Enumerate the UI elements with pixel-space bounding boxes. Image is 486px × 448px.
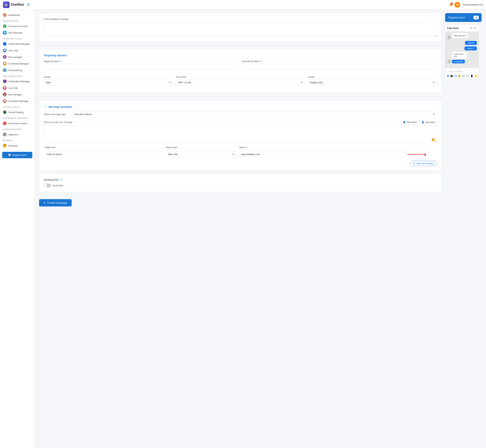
logo[interactable]: 🤖 Cheifbot (3, 1, 24, 8)
locale-label: Locale (308, 76, 437, 78)
follow-link-row: P Follow this link salespage (447, 52, 477, 64)
target-labels-group: Target by labels ⓘ (44, 60, 239, 70)
locale-select[interactable]: English (US) English (UK) French (308, 80, 437, 86)
preview-gif-icon[interactable]: 🎞 (454, 74, 457, 77)
sidebar-label-ig-sub: Subscriber Manager (8, 80, 30, 83)
message-type-select[interactable]: Text with buttons Text only Image Card (72, 111, 437, 117)
preview-header: Page Name ⚙ ✕ (445, 25, 479, 32)
gender-select[interactable]: Male Female All (44, 80, 173, 86)
preview-link-icon[interactable]: 🔗 (462, 74, 465, 77)
add-more-button[interactable]: ⊕ Add more button (410, 161, 437, 166)
preview-sticker-icon[interactable]: 😊 (458, 74, 461, 77)
target-labels-input[interactable] (44, 64, 239, 70)
emoji-picker-button[interactable]: 😊 (431, 138, 435, 141)
sidebar-label-ig-bot: Bot manager (8, 93, 22, 96)
web-url-input[interactable] (239, 152, 405, 157)
first-name-button[interactable]: 👤 First name (401, 120, 418, 124)
targeting-title: Targeting options (44, 54, 437, 57)
notification-icon[interactable]: 🔔 0 (449, 3, 452, 6)
targeted-reach-label: Targeted reach (448, 16, 465, 19)
person-icon-2: 👤 (422, 121, 424, 123)
support-icon: 💬 (8, 154, 11, 156)
last-name-button[interactable]: 👤 Last name (420, 120, 437, 124)
red-arrow-line (407, 154, 424, 155)
sidebar-item-fb-broadcasting[interactable]: 📢 Broadcasting (0, 67, 34, 73)
exclude-labels-label: Exclude by labels ⓘ (242, 60, 437, 63)
sidebar-label-dashboard: Dashboard (8, 14, 20, 16)
person-icon: 👤 (403, 121, 406, 123)
sidebar-item-ig-comment-manager[interactable]: 💬 Comment Manager (0, 98, 34, 104)
preview-attach-icon[interactable]: 📎 (466, 74, 469, 77)
message-template-title: 📄 Message template (44, 105, 437, 108)
hamburger-icon[interactable]: ☰ (27, 3, 30, 7)
center-panel: OTN postback template Targeting options … (39, 13, 441, 211)
fb-subscriber-icon: 👤 (3, 42, 7, 46)
sidebar-label-fb-comment: Comment Manager (8, 62, 29, 65)
col-button-type: Button type (165, 145, 238, 150)
sidebar-label-payment: Payment (8, 144, 18, 147)
targeting-row-labels: Target by labels ⓘ Exclude by labels ⓘ (44, 60, 437, 73)
sidebar-item-ecommerce-store[interactable]: 🛒 Ecommerce store (0, 120, 34, 127)
main-content: OTN postback template Targeting options … (35, 9, 486, 448)
message-title-icon: 📄 (44, 105, 47, 108)
how-are-you-bubble: How are you ? (452, 33, 469, 38)
preview-like-icon[interactable]: 👍 (474, 74, 477, 77)
divider-targeting (39, 45, 441, 46)
ig-comment-icon: 💬 (3, 99, 7, 103)
section-facebook-tools: FACEBOOK TOOLS (0, 36, 34, 40)
support-label: Support desk (12, 154, 26, 156)
message-body-textarea[interactable] (44, 125, 437, 142)
sidebar-item-api-channels[interactable]: 📡 API channels (0, 29, 34, 36)
sidebar-item-fb-comment-manager[interactable]: 💬 Comment Manager (0, 60, 34, 67)
otn-textarea[interactable] (44, 22, 437, 37)
website-bubble-row: website (447, 41, 477, 45)
sidebar-item-ig-live-chat[interactable]: 💬 Live chat (0, 85, 34, 91)
api-channels-icon: 📡 (3, 31, 7, 34)
message-area-header: Please provide your message 👤 First name… (44, 120, 437, 124)
create-campaign-button[interactable]: ✈ Create Campaign (39, 199, 72, 207)
sidebar-item-fb-live-chat[interactable]: 💬 Live chat (0, 47, 34, 54)
preview-input-bar[interactable]: Type a message... (447, 69, 477, 73)
preview-image-icon[interactable]: 🖼 (447, 74, 449, 77)
preview-footer: Type a message... 🖼 🎥 🎞 😊 🔗 📎 📱 👍 (445, 68, 479, 78)
timezone-select[interactable]: GMT +11.00 GMT +00.00 GMT -05.00 (176, 80, 305, 86)
sidebar-item-ig-subscriber-manager[interactable]: 👤 Subscriber Manager (0, 78, 34, 85)
sidebar-item-fb-subscriber-manager[interactable]: 👤 Subscriber Manager (0, 40, 34, 47)
col-button-text: Button text (44, 145, 165, 150)
preview-close-icon[interactable]: ✕ (474, 26, 477, 30)
message-template-section: 📄 Message template Select message type T… (39, 101, 441, 171)
button-text-input[interactable] (45, 152, 163, 157)
preview-apps-icon[interactable]: 📱 (470, 74, 473, 77)
target-labels-info-icon[interactable]: ⓘ (60, 60, 62, 63)
sidebar-item-appsumo[interactable]: 🏷️ Appsumo (0, 131, 34, 138)
exclude-labels-info-icon[interactable]: ⓘ (260, 60, 262, 63)
send-later-toggle[interactable] (44, 184, 51, 187)
button-type-select[interactable]: Web URL Phone Number Postback (166, 152, 236, 157)
connect-accounts-icon: 🔗 (3, 24, 7, 28)
sidebar-label-fb-live: Live chat (8, 49, 18, 52)
sidebar-item-payment[interactable]: 💳 Payment (0, 142, 34, 149)
send-icon: ✈ (43, 201, 46, 204)
sending-time-info-icon[interactable]: ⓘ (60, 178, 62, 181)
social-posting-icon: 📱 (3, 110, 7, 114)
targeted-reach-count: 0 (474, 16, 479, 19)
sidebar-item-social-posting[interactable]: 📱 Social Posting (0, 109, 34, 115)
sidebar-label-ig-comment: Comment Manager (8, 100, 29, 103)
sidebar-label-fb-broadcast: Broadcasting (8, 69, 22, 72)
preview-video-icon[interactable]: 🎥 (450, 74, 453, 77)
support-desk-button[interactable]: 💬 Support desk (2, 152, 32, 158)
fb-comment-icon: 💬 (3, 62, 7, 65)
exclude-labels-input[interactable] (242, 64, 437, 70)
plus-icon: ⊕ (413, 162, 415, 165)
sidebar-item-connect-accounts[interactable]: 🔗 Connect Accounts (0, 23, 34, 29)
preview-body: P How are you ? website button 2 P (445, 32, 479, 68)
sidebar-label-fb-sub: Subscriber Manager (8, 43, 30, 45)
sidebar-item-ig-bot-manager[interactable]: 🤖 Bot manager (0, 91, 34, 98)
topnav: 🤖 Cheifbot ☰ 🔔 0 TB Trend Business CO (0, 0, 486, 9)
sidebar-item-dashboard[interactable]: 🏠 Dashboard (0, 12, 34, 18)
sidebar-item-fb-bot-manager[interactable]: 🤖 Bot manager (0, 54, 34, 60)
preview-settings-icon[interactable]: ⚙ (470, 26, 473, 30)
sidebar-label-ecom: Ecommerce store (8, 122, 27, 125)
follow-link-group: Follow this link salespage (452, 52, 469, 64)
avatar: TB (454, 2, 460, 8)
